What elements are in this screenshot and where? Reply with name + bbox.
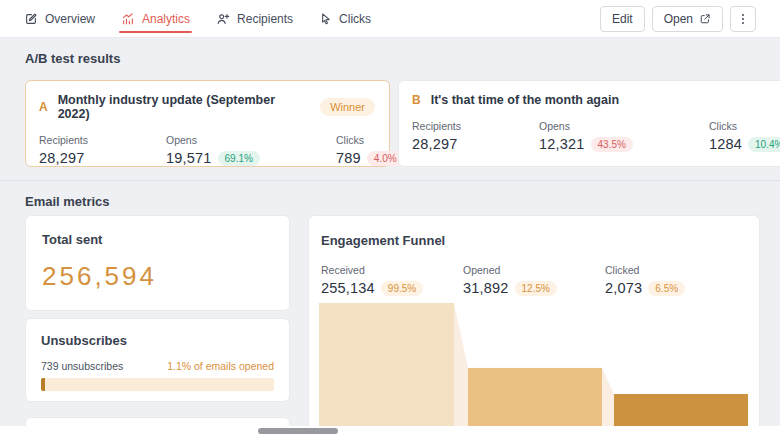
engagement-funnel-card: Engagement Funnel Received 255,134 99.5%… [308,215,760,446]
header-tab-bar: Overview Analytics [0,0,780,38]
recipients-stat: Recipients 28,297 [412,120,539,152]
header-actions: Edit Open [600,0,756,37]
kebab-menu-icon [736,12,750,26]
received-pct-badge: 99.5% [381,281,423,296]
edit-button[interactable]: Edit [600,6,645,32]
opens-pct-badge: 69.1% [218,151,260,166]
funnel-stats: Received 255,134 99.5% Opened 31,892 12.… [321,264,747,296]
variant-b-card: B It's that time of the month again Reci… [398,80,780,167]
funnel-title: Engagement Funnel [321,233,747,248]
analytics-icon [121,12,135,26]
funnel-stage-opened: Opened 31,892 12.5% [463,264,605,296]
tab-label: Analytics [142,12,190,26]
variant-name: Monthly industry update (September 2022) [58,93,310,121]
section-divider [0,180,780,181]
ab-test-cards: A Monthly industry update (September 202… [25,80,758,167]
funnel-stage-clicked: Clicked 2,073 6.5% [605,264,747,296]
more-options-button[interactable] [730,6,756,32]
tabs: Overview Analytics [24,0,371,37]
winner-badge: Winner [320,98,375,116]
bottom-strip [0,426,780,446]
clicks-stat: Clicks 789 4.0% [336,134,404,166]
email-analytics-page: Overview Analytics [0,0,780,446]
clicks-stat: Clicks 1284 10.4% [709,120,780,152]
total-sent-card: Total sent 256,594 [25,215,290,311]
horizontal-scrollbar-thumb[interactable] [258,428,338,434]
tab-analytics[interactable]: Analytics [121,0,190,37]
variant-a-card: A Monthly industry update (September 202… [25,80,390,167]
tab-label: Recipients [237,12,293,26]
unsubscribes-card: Unsubscribes 739 unsubscribes 1.1% of em… [25,318,290,402]
tab-overview[interactable]: Overview [24,0,95,37]
open-button[interactable]: Open [652,6,723,32]
recipients-icon [216,12,230,26]
tab-recipients[interactable]: Recipients [216,0,293,37]
total-sent-value: 256,594 [42,261,273,292]
opens-pct-badge: 43.5% [591,137,633,152]
unsubscribes-title: Unsubscribes [41,333,274,348]
opens-stat: Opens 12,321 43.5% [539,120,709,152]
tab-label: Overview [45,12,95,26]
unsubscribes-progress-fill [41,378,45,391]
funnel-chart [319,303,748,426]
variant-letter: A [39,100,48,114]
unsubscribes-count: 739 unsubscribes [41,360,123,372]
edit-icon [24,12,38,26]
tab-label: Clicks [339,12,371,26]
email-metrics-section-title: Email metrics [25,194,110,209]
variant-name: It's that time of the month again [431,93,619,107]
opened-pct-badge: 12.5% [515,281,557,296]
clicks-pct-badge: 10.4% [748,137,780,152]
unsubscribes-percent: 1.1% of emails opened [167,360,274,372]
tab-clicks[interactable]: Clicks [319,0,371,37]
total-sent-label: Total sent [42,232,273,247]
clicked-pct-badge: 6.5% [648,281,685,296]
recipients-stat: Recipients 28,297 [39,134,166,166]
ab-test-section-title: A/B test results [25,51,120,66]
clicks-icon [319,12,332,25]
opens-stat: Opens 19,571 69.1% [166,134,336,166]
unsubscribes-progress-bar [41,378,274,391]
open-external-icon [699,13,711,25]
funnel-stage-received: Received 255,134 99.5% [321,264,463,296]
variant-letter: B [412,93,421,107]
